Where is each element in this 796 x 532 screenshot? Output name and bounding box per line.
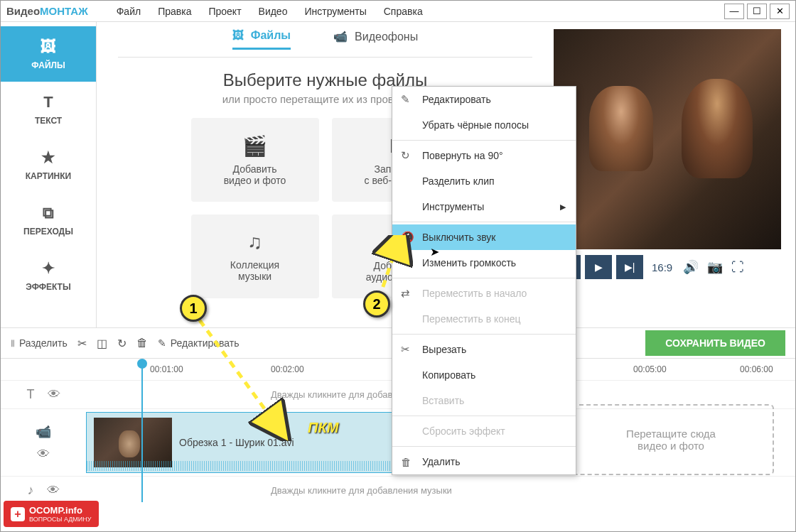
ctx-edit[interactable]: ✎Редактировать (392, 87, 576, 112)
next-button[interactable]: ▶| (616, 255, 643, 279)
camera-icon: 📹 (333, 30, 348, 43)
sidebar-item-files[interactable]: 🖼 ФАЙЛЫ (1, 26, 96, 82)
rotate-icon: ↻ (401, 149, 410, 162)
mute-icon: 🔇 (401, 231, 414, 244)
edit-button[interactable]: ✎Редактировать (158, 337, 240, 349)
ctx-volume[interactable]: Изменить громкость (392, 250, 576, 276)
context-menu: ✎Редактировать Убрать чёрные полосы ↻Пов… (392, 86, 576, 475)
play-button[interactable]: ▶ (585, 255, 612, 279)
image-icon: 🖼 (232, 29, 244, 42)
ctx-tools[interactable]: Инструменты▶ (392, 194, 576, 219)
ctx-rotate[interactable]: ↻Повернуть на 90° (392, 143, 576, 168)
tab-files[interactable]: 🖼 Файлы (232, 29, 291, 50)
annotation-badge-2: 2 (363, 291, 390, 317)
app-logo: ВидеоМОНТАЖ (6, 5, 88, 17)
trash-icon: 🗑 (401, 456, 412, 468)
playhead[interactable] (141, 360, 143, 502)
sidebar-item-text[interactable]: T ТЕКСТ (1, 82, 96, 137)
fullscreen-icon[interactable]: ⛶ (731, 260, 744, 275)
close-button[interactable]: ✕ (770, 4, 790, 19)
sidebar-label: ТЕКСТ (35, 116, 62, 126)
text-track-icon: T (27, 387, 35, 402)
ctx-blackbars[interactable]: Убрать чёрные полосы (392, 112, 576, 138)
tab-videobackgrounds[interactable]: 📹 Видеофоны (333, 29, 418, 50)
crop-icon[interactable]: ◫ (97, 337, 107, 350)
sidebar-label: ПЕРЕХОДЫ (23, 227, 73, 237)
watermark: + OCOMP.info ВОПРОСЫ АДМИНУ (4, 501, 99, 527)
aspect-ratio[interactable]: 16:9 (652, 261, 672, 273)
clip-name: Обрезка 1 - Шурик 01.avi (179, 437, 294, 448)
swap-icon: ⇄ (401, 287, 410, 300)
clip-thumbnail (94, 418, 172, 467)
camera-track-icon: 📹 (36, 424, 51, 440)
menu-file[interactable]: Файл (117, 6, 141, 17)
transitions-icon: ⧉ (43, 204, 54, 222)
text-icon: T (43, 93, 53, 112)
music-icon: ♫ (247, 231, 262, 254)
clapper-icon: 🎬 (242, 134, 267, 158)
rotate-icon[interactable]: ↻ (117, 337, 127, 350)
preview-panel: |◀ ▶ ▶| 16:9 🔊 📷 ⛶ (554, 22, 795, 327)
sidebar-label: ФАЙЛЫ (31, 60, 65, 70)
ctx-reset: Сбросить эффект (392, 418, 576, 444)
titlebar: ВидеоМОНТАЖ Файл Правка Проект Видео Инс… (1, 1, 795, 22)
audio-track[interactable]: ♪👁 Дважды кликните для добавления музыки (1, 476, 795, 504)
menu-tools[interactable]: Инструменты (304, 6, 366, 17)
snapshot-icon[interactable]: 📷 (707, 259, 723, 275)
menu-project[interactable]: Проект (208, 6, 241, 17)
ctx-cut[interactable]: ✂Вырезать (392, 337, 576, 362)
menu-video[interactable]: Видео (259, 6, 288, 17)
trash-icon[interactable]: 🗑 (136, 337, 148, 349)
ctx-copy[interactable]: Копировать (392, 362, 576, 388)
files-icon: 🖼 (41, 38, 56, 56)
eye-icon[interactable]: 👁 (47, 483, 60, 498)
volume-icon[interactable]: 🔊 (683, 259, 699, 275)
eye-icon[interactable]: 👁 (37, 447, 50, 462)
minimize-button[interactable]: — (724, 4, 744, 19)
scissors-icon: ✂ (401, 343, 410, 356)
ctx-moveend: Переместить в конец (392, 306, 576, 332)
dropzone[interactable]: Перетащите сюда видео и фото (568, 404, 774, 475)
eye-icon[interactable]: 👁 (48, 387, 60, 402)
pencil-icon: ✎ (158, 337, 166, 349)
music-track-icon: ♪ (28, 483, 34, 498)
track-placeholder: Дважды кликните для добавления музыки (271, 485, 452, 496)
left-sidebar: 🖼 ФАЙЛЫ T ТЕКСТ ★ КАРТИНКИ ⧉ ПЕРЕХОДЫ ✦ … (1, 22, 97, 327)
ctx-mute[interactable]: 🔇Выключить звук (392, 224, 576, 250)
menubar: Файл Правка Проект Видео Инструменты Спр… (117, 6, 724, 17)
preview-video[interactable] (554, 29, 781, 249)
pencil-icon: ✎ (401, 93, 410, 106)
window-controls: — ☐ ✕ (724, 4, 790, 19)
tile-add-video[interactable]: 🎬 Добавитьвидео и фото (191, 118, 319, 202)
menu-help[interactable]: Справка (384, 6, 423, 17)
split-icon: ⦀ (11, 337, 15, 349)
sidebar-label: ЭФФЕКТЫ (26, 282, 70, 292)
save-video-button[interactable]: СОХРАНИТЬ ВИДЕО (645, 330, 785, 356)
sidebar-item-transitions[interactable]: ⧉ ПЕРЕХОДЫ (1, 192, 96, 248)
sidebar-label: КАРТИНКИ (26, 171, 71, 181)
ctx-movestart: ⇄Переместить в начало (392, 281, 576, 306)
annotation-text: ПКМ (308, 420, 338, 436)
tile-music-lib[interactable]: ♫ Коллекциямузыки (191, 215, 319, 298)
cursor-icon: ➤ (430, 245, 439, 259)
menu-edit[interactable]: Правка (158, 6, 191, 17)
annotation-badge-1: 1 (180, 295, 207, 322)
maximize-button[interactable]: ☐ (747, 4, 767, 19)
wand-icon: ✦ (42, 259, 55, 278)
scissors-icon[interactable]: ✂ (77, 337, 87, 350)
sidebar-item-images[interactable]: ★ КАРТИНКИ (1, 137, 96, 192)
star-icon: ★ (41, 148, 55, 167)
split-button[interactable]: ⦀Разделить (11, 337, 68, 349)
plus-icon: + (11, 507, 25, 521)
ctx-paste: Вставить (392, 388, 576, 413)
ctx-delete[interactable]: 🗑Удалить (392, 449, 576, 474)
submenu-arrow-icon: ▶ (560, 202, 566, 212)
sidebar-item-effects[interactable]: ✦ ЭФФЕКТЫ (1, 248, 96, 303)
ctx-split[interactable]: Разделить клип (392, 168, 576, 194)
